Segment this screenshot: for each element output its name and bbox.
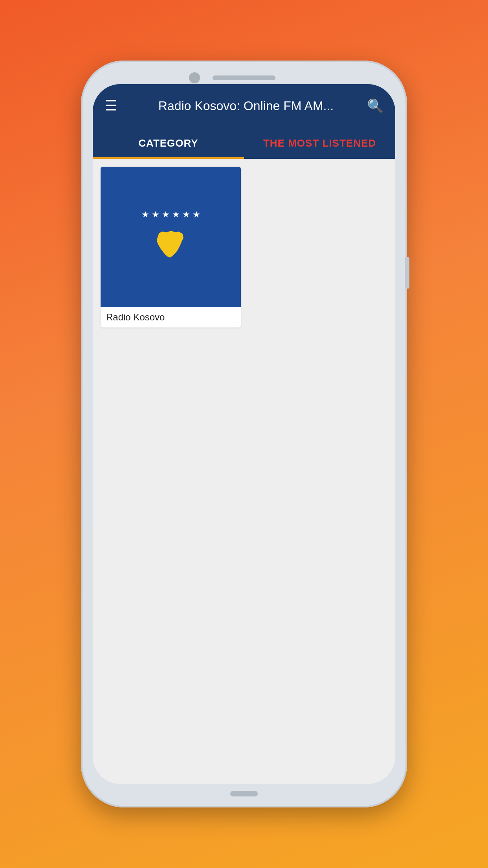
speaker <box>213 75 275 80</box>
kosovo-flag: ★ ★ ★ ★ ★ ★ <box>101 167 241 307</box>
list-item[interactable]: ★ ★ ★ ★ ★ ★ <box>101 167 241 327</box>
app-title: Radio Kosovo: Online FM AM... <box>129 99 363 113</box>
kosovo-map-svg <box>147 225 194 265</box>
side-button <box>405 257 409 289</box>
tabs-bar: CATEGORY THE MOST LISTENED <box>93 127 395 159</box>
star-5: ★ <box>182 210 190 220</box>
home-button <box>230 791 258 796</box>
phone-screen: ☰ Radio Kosovo: Online FM AM... 🔍 CATEGO… <box>93 84 395 784</box>
star-6: ★ <box>193 210 200 220</box>
stars-row: ★ ★ ★ ★ ★ ★ <box>141 210 200 220</box>
tab-category[interactable]: CATEGORY <box>93 127 244 159</box>
tab-most-listened[interactable]: THE MOST LISTENED <box>244 127 395 159</box>
star-1: ★ <box>141 210 149 220</box>
star-2: ★ <box>152 210 160 220</box>
search-icon[interactable]: 🔍 <box>367 98 383 114</box>
star-3: ★ <box>162 210 170 220</box>
item-label: Radio Kosovo <box>101 307 241 327</box>
content-area: ★ ★ ★ ★ ★ ★ <box>93 159 395 784</box>
app-bar: ☰ Radio Kosovo: Online FM AM... 🔍 <box>93 84 395 127</box>
grid-container: ★ ★ ★ ★ ★ ★ <box>101 167 387 327</box>
camera <box>189 72 200 83</box>
star-4: ★ <box>172 210 180 220</box>
phone-frame: ☰ Radio Kosovo: Online FM AM... 🔍 CATEGO… <box>81 61 407 807</box>
menu-icon[interactable]: ☰ <box>105 99 117 113</box>
item-image: ★ ★ ★ ★ ★ ★ <box>101 167 241 307</box>
